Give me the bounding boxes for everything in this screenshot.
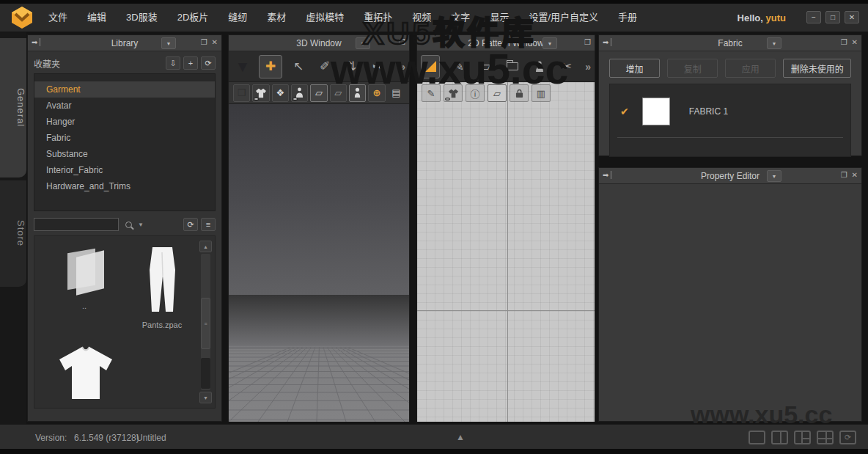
show-pattern-toggle[interactable]: ▱ — [330, 84, 347, 102]
menu-display[interactable]: 显示 — [490, 8, 509, 27]
folder-item-interior-fabric[interactable]: Interior_Fabric — [34, 162, 215, 178]
sewing-machine-tool-button[interactable]: ✂ — [558, 56, 575, 78]
maximize-button[interactable]: □ — [825, 11, 840, 23]
refresh-list-button[interactable]: ⟳ — [183, 218, 198, 231]
show-stitches-toggle[interactable]: ✎ — [422, 84, 441, 102]
menu-manual[interactable]: 手册 — [618, 8, 637, 27]
move-tool-button-active[interactable]: ✚ — [259, 55, 282, 78]
tab-general[interactable]: General — [0, 38, 26, 177]
layout-reset-button[interactable]: ⟳ — [839, 431, 856, 444]
search-input[interactable] — [34, 218, 119, 231]
add-favorite-button[interactable]: + — [183, 56, 198, 70]
scroll-track[interactable]: ≡ — [201, 254, 210, 390]
scroll-down-icon[interactable]: ▼ — [199, 392, 212, 403]
minimize-button[interactable]: − — [806, 11, 821, 23]
folder-item-hanger[interactable]: Hanger — [34, 114, 215, 130]
folder-item-fabric[interactable]: Fabric — [34, 130, 215, 146]
show-info-toggle[interactable]: ⓘ — [466, 84, 485, 102]
edit-pattern-tool-button[interactable]: ✎ — [450, 56, 467, 78]
more-tools-chevron[interactable]: » — [400, 61, 405, 73]
3d-viewport[interactable] — [229, 104, 409, 422]
apply-fabric-button[interactable]: 应用 — [725, 59, 776, 78]
delete-unused-fabric-button[interactable]: 删除未使用的 — [783, 59, 851, 78]
tape-measure-toggle[interactable]: ▤ — [388, 84, 405, 102]
close-panel-icon[interactable]: ✕ — [852, 38, 858, 46]
close-panel-icon[interactable]: ✕ — [852, 171, 858, 179]
folder-tool-button[interactable] — [504, 56, 521, 78]
layout-quad-button[interactable] — [817, 431, 834, 444]
show-3d-gizmo-toggle[interactable]: ❒ — [233, 84, 250, 102]
list-view-button[interactable]: ≡ — [201, 218, 216, 231]
gizmo-arrow-icon[interactable]: ▼ — [232, 56, 253, 78]
layout-single-button[interactable] — [749, 431, 765, 444]
menu-2d-pattern[interactable]: 2D板片 — [177, 8, 209, 27]
pin-tool-button[interactable]: ✐ — [315, 56, 335, 78]
refresh-favorites-button[interactable]: ⟳ — [201, 56, 216, 70]
close-panel-icon[interactable]: ✕ — [212, 38, 218, 46]
show-garment-toggle[interactable] — [252, 84, 269, 102]
flip-garment-tool-button[interactable]: ⇅ — [341, 56, 361, 78]
folder-item-avatar[interactable]: Avatar — [34, 98, 215, 114]
popout-icon[interactable]: ❐ — [841, 38, 847, 46]
show-avatar-pattern-button[interactable] — [532, 56, 548, 78]
popout-icon[interactable]: ❐ — [399, 38, 405, 46]
show-globe-toggle[interactable]: ⊕ — [368, 84, 385, 102]
scroll-thumb[interactable]: ≡ — [201, 298, 210, 349]
export-pose-tool-button[interactable]: ➥ — [367, 56, 388, 78]
more-tools-chevron[interactable]: » — [585, 61, 591, 73]
show-fabric-toggle[interactable]: ▱ — [488, 84, 507, 102]
search-options-dropdown-icon[interactable]: ▼ — [138, 221, 144, 228]
menu-edit[interactable]: 编辑 — [87, 8, 106, 27]
fabric-list-item[interactable]: ✔ FABRIC 1 — [610, 90, 850, 133]
menu-file[interactable]: 文件 — [48, 8, 67, 27]
fabric-dropdown-button[interactable]: ▼ — [767, 37, 781, 49]
library-folder-list: Garment Avatar Hanger Fabric Substance I… — [34, 73, 216, 211]
file-item-parent-folder[interactable]: .. — [46, 249, 122, 310]
3d-window-dropdown-button[interactable]: ▼ — [356, 37, 370, 49]
popout-icon[interactable]: ❐ — [584, 38, 591, 46]
popout-icon[interactable]: ❐ — [841, 171, 847, 179]
tape-measure-toggle[interactable]: ▥ — [532, 84, 551, 102]
add-fabric-button[interactable]: 增加 — [609, 59, 660, 78]
show-trims-toggle[interactable]: ❖ — [272, 84, 289, 102]
folder-item-substance[interactable]: Substance — [34, 146, 215, 162]
menu-settings[interactable]: 设置/用户自定义 — [529, 8, 598, 27]
menu-video[interactable]: 视频 — [412, 8, 431, 27]
menu-retopology[interactable]: 重拓扑 — [364, 8, 392, 27]
show-bust-toggle[interactable] — [349, 84, 366, 102]
tab-store[interactable]: Store — [0, 180, 26, 287]
fabric-swatch[interactable] — [642, 98, 670, 125]
file-browser-scrollbar[interactable]: ▲ ≡ ▼ — [199, 241, 212, 403]
menu-3d-garment[interactable]: 3D服装 — [126, 8, 158, 27]
popout-icon[interactable]: ❐ — [201, 38, 207, 46]
show-shape-toggle[interactable] — [444, 84, 463, 102]
2d-window-dropdown-button[interactable]: ▼ — [542, 37, 557, 49]
show-avatar-toggle[interactable] — [291, 84, 308, 102]
menu-material[interactable]: 素材 — [267, 8, 286, 27]
select-tool-button[interactable]: ↖ — [288, 56, 309, 78]
file-item-pants[interactable]: Pants.zpac — [121, 245, 203, 329]
lock-patterns-toggle[interactable] — [510, 84, 529, 102]
user-greeting[interactable]: Hello, yutu — [738, 12, 786, 23]
file-item-shirt[interactable] — [48, 345, 124, 405]
menu-sewing[interactable]: 缝纫 — [228, 8, 247, 27]
menu-avatar[interactable]: 虚拟模特 — [306, 8, 344, 27]
property-editor-dropdown-button[interactable]: ▼ — [767, 170, 781, 182]
folder-item-hardware-and-trims[interactable]: Hardware_and_Trims — [34, 178, 215, 194]
scroll-up-icon[interactable]: ▲ — [199, 241, 212, 252]
layout-split-right-button[interactable] — [794, 431, 811, 444]
search-icon[interactable] — [125, 221, 132, 228]
folder-item-garment[interactable]: Garment — [34, 81, 215, 98]
download-button[interactable]: ⇩ — [166, 56, 180, 70]
transform-pattern-tool-active[interactable] — [421, 55, 440, 78]
app-logo-icon[interactable] — [10, 6, 34, 32]
create-pattern-tool-button[interactable]: ▱ — [477, 56, 494, 78]
expand-statusbar-arrow[interactable]: ▲ — [456, 432, 465, 442]
show-fabric-toggle[interactable]: ▱ — [310, 84, 327, 102]
copy-fabric-button[interactable]: 复制 — [667, 59, 718, 78]
2d-pattern-canvas[interactable]: ✎ ⓘ ▱ ▥ — [417, 82, 595, 422]
layout-two-pane-button[interactable] — [771, 431, 788, 444]
library-dropdown-button[interactable]: ▼ — [161, 37, 176, 49]
menu-text[interactable]: 文字 — [451, 8, 470, 27]
close-button[interactable]: ✕ — [845, 11, 859, 23]
